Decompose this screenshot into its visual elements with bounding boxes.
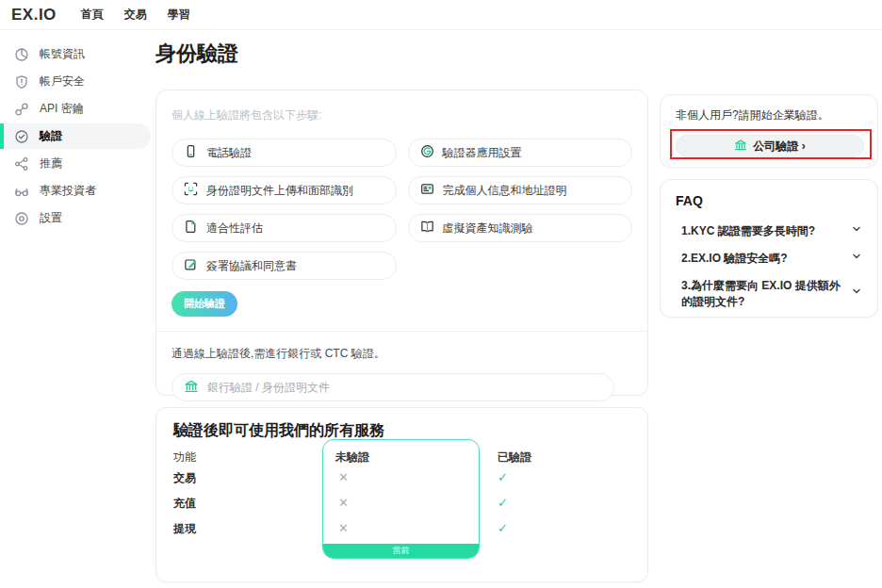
faq-item-kyc-duration[interactable]: 1.KYC 認證需要多長時間? bbox=[676, 223, 862, 238]
step-label: 虛擬資產知識測驗 bbox=[443, 220, 533, 237]
faq-title: FAQ bbox=[676, 193, 862, 208]
cross-mark-icon: ✕ bbox=[338, 521, 349, 535]
sidebar-item-label: 推薦 bbox=[40, 155, 62, 172]
quiz-book-icon bbox=[420, 220, 434, 237]
faq-question: 3.為什麼需要向 EX.IO 提供額外的證明文件? bbox=[681, 278, 843, 308]
kyc-verification-page: EX.IO 首頁 交易 學習 帳號資訊 帳戶安全 API 密鑰 bbox=[0, 0, 882, 588]
sidebar-item-label: 帳戶安全 bbox=[40, 74, 85, 90]
bank-icon bbox=[184, 379, 199, 397]
step-label: 身份證明文件上傳和面部識別 bbox=[206, 183, 353, 199]
signature-icon bbox=[184, 257, 198, 274]
document-icon bbox=[184, 220, 198, 237]
sidebar-item-label: 驗證 bbox=[40, 128, 62, 144]
sidebar-item-label: API 密鑰 bbox=[40, 101, 84, 117]
faq-card: FAQ 1.KYC 認證需要多長時間? 2.EX.IO 驗證安全嗎? 3.為什麼… bbox=[660, 179, 878, 318]
start-verification-button[interactable]: 開始驗證 bbox=[172, 291, 237, 317]
settings-icon bbox=[14, 211, 29, 226]
step-label: 完成個人信息和地址證明 bbox=[443, 183, 567, 199]
sidebar-item-account-security[interactable]: 帳戶安全 bbox=[0, 69, 151, 94]
page-title: 身份驗證 bbox=[155, 40, 238, 68]
step-label: 驗證器應用設置 bbox=[443, 145, 522, 161]
share-icon bbox=[14, 156, 29, 172]
brand-logo[interactable]: EX.IO bbox=[11, 6, 57, 24]
topnav-item-trade[interactable]: 交易 bbox=[124, 7, 147, 23]
step-authenticator-setup[interactable]: 驗證器應用設置 bbox=[408, 139, 633, 167]
sidebar-item-api-keys[interactable]: API 密鑰 bbox=[0, 96, 151, 122]
topnav-item-home[interactable]: 首頁 bbox=[81, 7, 104, 23]
feature-label: 提現 bbox=[173, 521, 196, 537]
chevron-down-icon bbox=[851, 286, 862, 301]
topnav-item-learn[interactable]: 學習 bbox=[168, 7, 190, 23]
cross-mark-icon: ✕ bbox=[338, 496, 349, 510]
card-divider bbox=[156, 331, 647, 332]
verification-steps-grid: 電話驗證 驗證器應用設置 身份證明文件上傳和面部識別 完成個人信息和地址證明 適… bbox=[172, 139, 632, 280]
sidebar-item-label: 專業投資者 bbox=[40, 183, 96, 199]
faq-question: 2.EX.IO 驗證安全嗎? bbox=[681, 251, 788, 266]
personal-verification-card: 個人線上驗證將包含以下步驟: 電話驗證 驗證器應用設置 身份證明文件上傳和面部識… bbox=[155, 90, 648, 396]
step-virtual-asset-quiz[interactable]: 虛擬資產知識測驗 bbox=[408, 214, 633, 242]
phone-icon bbox=[184, 144, 198, 161]
faq-item-verification-safety[interactable]: 2.EX.IO 驗證安全嗎? bbox=[676, 251, 862, 266]
bank-verification-note: 通過線上驗證後,需進行銀行或 CTC 驗證。 bbox=[172, 346, 632, 362]
bank-icon bbox=[734, 139, 747, 155]
sidebar-item-settings[interactable]: 設置 bbox=[0, 205, 151, 231]
step-sign-agreements[interactable]: 簽署協議和同意書 bbox=[172, 252, 397, 280]
sidebar-item-professional-investor[interactable]: 專業投資者 bbox=[0, 178, 151, 204]
sidebar-item-verification[interactable]: 驗證 bbox=[0, 123, 151, 149]
badge-check-icon bbox=[14, 129, 29, 144]
chevron-down-icon bbox=[851, 251, 862, 266]
column-header-verified: 已驗證 bbox=[498, 449, 531, 466]
table-row-deposit: 充值 ✕ ✓ bbox=[156, 496, 647, 511]
check-mark-icon: ✓ bbox=[498, 521, 508, 535]
step-label: 電話驗證 bbox=[206, 145, 252, 161]
step-phone-verification[interactable]: 電話驗證 bbox=[172, 139, 397, 167]
feature-label: 交易 bbox=[173, 470, 196, 486]
sidebar-item-label: 帳號資訊 bbox=[40, 46, 85, 62]
column-header-feature: 功能 bbox=[173, 449, 196, 466]
key-link-icon bbox=[14, 102, 29, 117]
cross-mark-icon: ✕ bbox=[338, 470, 349, 484]
chevron-down-icon bbox=[851, 223, 862, 238]
step-label: 簽署協議和同意書 bbox=[206, 258, 297, 274]
authenticator-icon bbox=[420, 144, 434, 161]
bank-verification-item[interactable]: 銀行驗證 / 身份證明文件 bbox=[172, 373, 614, 401]
sidebar-item-account-info[interactable]: 帳號資訊 bbox=[0, 41, 151, 67]
bank-item-label: 銀行驗證 / 身份證明文件 bbox=[207, 380, 330, 396]
step-personal-info-address-proof[interactable]: 完成個人信息和地址證明 bbox=[408, 176, 633, 204]
profile-form-icon bbox=[420, 182, 434, 199]
step-suitability-assessment[interactable]: 適合性評估 bbox=[172, 214, 397, 242]
glasses-icon bbox=[14, 184, 29, 199]
services-title: 驗證後即可使用我們的所有服務 bbox=[173, 421, 384, 441]
company-verification-button[interactable]: 公司驗證 › bbox=[676, 135, 864, 157]
check-mark-icon: ✓ bbox=[498, 496, 508, 510]
sidebar-item-label: 設置 bbox=[40, 210, 62, 226]
corporate-verification-card: 非個人用戶?請開始企業驗證。 公司驗證 › bbox=[660, 94, 878, 168]
company-verification-label: 公司驗證 › bbox=[753, 139, 805, 155]
steps-intro-text: 個人線上驗證將包含以下步驟: bbox=[172, 107, 632, 123]
settings-sidebar: 帳號資訊 帳戶安全 API 密鑰 驗證 推薦 bbox=[0, 41, 151, 233]
services-comparison-card: 驗證後即可使用我們的所有服務 功能 當前 未驗證 已驗證 交易 ✕ ✓ 充值 ✕… bbox=[155, 407, 648, 582]
faq-question: 1.KYC 認證需要多長時間? bbox=[681, 223, 815, 238]
table-row-trading: 交易 ✕ ✓ bbox=[156, 470, 647, 485]
step-id-upload-face-recognition[interactable]: 身份證明文件上傳和面部識別 bbox=[172, 176, 397, 204]
sidebar-item-referral[interactable]: 推薦 bbox=[0, 151, 151, 176]
shield-icon bbox=[14, 74, 29, 90]
check-mark-icon: ✓ bbox=[498, 470, 508, 484]
table-row-withdrawal: 提現 ✕ ✓ bbox=[156, 521, 647, 536]
step-label: 適合性評估 bbox=[206, 220, 263, 237]
top-navigation-bar: EX.IO 首頁 交易 學習 bbox=[0, 0, 882, 30]
pie-chart-icon bbox=[14, 47, 29, 62]
column-header-unverified: 未驗證 bbox=[335, 449, 369, 466]
corporate-note: 非個人用戶?請開始企業驗證。 bbox=[676, 107, 862, 123]
faq-item-extra-documents[interactable]: 3.為什麼需要向 EX.IO 提供額外的證明文件? bbox=[676, 278, 862, 308]
feature-label: 充值 bbox=[173, 496, 196, 512]
current-status-bar[interactable]: 當前 bbox=[323, 544, 479, 558]
face-scan-icon bbox=[184, 182, 198, 199]
